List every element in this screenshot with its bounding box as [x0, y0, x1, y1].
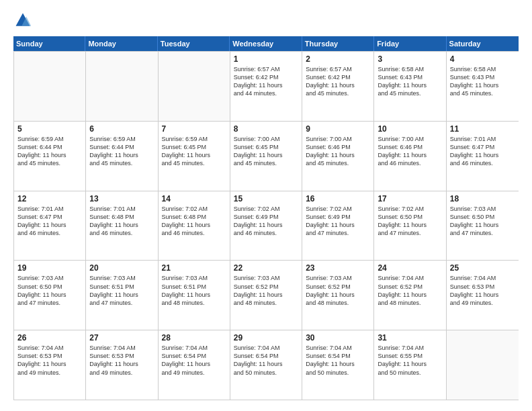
cell-info-line: Sunrise: 6:57 AM: [234, 65, 298, 73]
cell-info-line: Sunrise: 7:04 AM: [234, 344, 298, 352]
cell-info-line: Daylight: 11 hours: [234, 81, 298, 89]
cell-info-line: Daylight: 11 hours: [378, 360, 442, 368]
calendar-cell: 10Sunrise: 7:00 AMSunset: 6:46 PMDayligh…: [374, 122, 446, 191]
calendar-body: 1Sunrise: 6:57 AMSunset: 6:42 PMDaylight…: [13, 51, 519, 400]
calendar-cell: 21Sunrise: 7:03 AMSunset: 6:51 PMDayligh…: [159, 261, 230, 330]
cell-info-line: Daylight: 11 hours: [306, 81, 370, 89]
cell-info-line: Daylight: 11 hours: [89, 360, 154, 368]
cell-info-line: Daylight: 11 hours: [89, 151, 154, 159]
cell-info-line: Sunrise: 7:04 AM: [450, 274, 515, 282]
cell-info-line: Sunset: 6:51 PM: [162, 283, 226, 291]
calendar-cell: [159, 52, 230, 121]
cell-info-line: Daylight: 11 hours: [306, 151, 370, 159]
cell-info-line: and 45 minutes.: [234, 159, 298, 167]
cell-info-line: Sunset: 6:43 PM: [378, 73, 442, 81]
day-number: 1: [234, 54, 298, 64]
day-number: 17: [378, 194, 442, 203]
calendar-cell: 16Sunrise: 7:02 AMSunset: 6:49 PMDayligh…: [302, 191, 374, 261]
weekday-header: Sunday: [13, 36, 85, 51]
calendar-cell: 28Sunrise: 7:04 AMSunset: 6:54 PMDayligh…: [159, 330, 230, 400]
day-number: 15: [234, 194, 298, 203]
cell-info-line: Sunset: 6:46 PM: [306, 143, 370, 151]
cell-info-line: Sunrise: 6:59 AM: [17, 135, 82, 143]
calendar-cell: 15Sunrise: 7:02 AMSunset: 6:49 PMDayligh…: [230, 191, 302, 261]
header: [13, 11, 519, 30]
cell-info-line: Sunrise: 7:04 AM: [162, 344, 226, 352]
calendar-cell: 2Sunrise: 6:57 AMSunset: 6:42 PMDaylight…: [302, 52, 374, 121]
cell-info-line: Sunset: 6:50 PM: [17, 283, 82, 291]
calendar-cell: 17Sunrise: 7:02 AMSunset: 6:50 PMDayligh…: [374, 191, 446, 261]
calendar-cell: [14, 52, 86, 121]
cell-info-line: Daylight: 11 hours: [450, 81, 515, 89]
cell-info-line: Sunrise: 7:00 AM: [234, 135, 298, 143]
calendar-week: 1Sunrise: 6:57 AMSunset: 6:42 PMDaylight…: [14, 52, 519, 122]
cell-info-line: and 45 minutes.: [306, 159, 370, 167]
cell-info-line: Sunset: 6:53 PM: [17, 352, 82, 360]
calendar-cell: 25Sunrise: 7:04 AMSunset: 6:53 PMDayligh…: [447, 261, 519, 330]
cell-info-line: and 46 minutes.: [17, 229, 82, 237]
weekday-header: Tuesday: [158, 36, 230, 51]
cell-info-line: Daylight: 11 hours: [306, 221, 370, 229]
cell-info-line: Sunrise: 7:02 AM: [306, 205, 370, 213]
cell-info-line: Sunrise: 7:02 AM: [234, 205, 298, 213]
cell-info-line: and 46 minutes.: [162, 229, 226, 237]
calendar-cell: 12Sunrise: 7:01 AMSunset: 6:47 PMDayligh…: [14, 191, 86, 261]
day-number: 29: [234, 333, 298, 342]
cell-info-line: Sunset: 6:46 PM: [378, 143, 442, 151]
day-number: 19: [17, 263, 82, 273]
calendar-cell: 6Sunrise: 6:59 AMSunset: 6:44 PMDaylight…: [86, 122, 158, 191]
cell-info-line: Sunrise: 7:01 AM: [89, 205, 154, 213]
cell-info-line: Sunset: 6:42 PM: [234, 73, 298, 81]
cell-info-line: and 47 minutes.: [450, 229, 515, 237]
cell-info-line: Sunset: 6:50 PM: [378, 213, 442, 221]
cell-info-line: Sunrise: 6:57 AM: [306, 65, 370, 73]
cell-info-line: and 48 minutes.: [234, 299, 298, 307]
day-number: 26: [17, 333, 82, 342]
cell-info-line: Sunset: 6:54 PM: [306, 352, 370, 360]
cell-info-line: Daylight: 11 hours: [234, 360, 298, 368]
cell-info-line: Sunset: 6:47 PM: [450, 143, 515, 151]
day-number: 13: [89, 194, 154, 203]
cell-info-line: Daylight: 11 hours: [17, 221, 82, 229]
cell-info-line: Daylight: 11 hours: [378, 151, 442, 159]
page: SundayMondayTuesdayWednesdayThursdayFrid…: [0, 0, 532, 411]
day-number: 9: [306, 124, 370, 134]
cell-info-line: Sunset: 6:52 PM: [234, 283, 298, 291]
cell-info-line: Sunrise: 7:03 AM: [89, 274, 154, 282]
cell-info-line: and 47 minutes.: [378, 229, 442, 237]
cell-info-line: Sunset: 6:53 PM: [89, 352, 154, 360]
cell-info-line: and 45 minutes.: [450, 89, 515, 97]
day-number: 22: [234, 263, 298, 273]
calendar-cell: [86, 52, 158, 121]
calendar-week: 5Sunrise: 6:59 AMSunset: 6:44 PMDaylight…: [14, 122, 519, 191]
day-number: 14: [162, 194, 226, 203]
day-number: 3: [378, 54, 442, 64]
cell-info-line: Sunset: 6:50 PM: [450, 213, 515, 221]
cell-info-line: Sunrise: 6:59 AM: [89, 135, 154, 143]
cell-info-line: Sunset: 6:45 PM: [234, 143, 298, 151]
day-number: 24: [378, 263, 442, 273]
cell-info-line: and 50 minutes.: [234, 369, 298, 377]
cell-info-line: Daylight: 11 hours: [89, 291, 154, 299]
day-number: 4: [450, 54, 515, 64]
weekday-header: Friday: [374, 36, 446, 51]
calendar-cell: 23Sunrise: 7:03 AMSunset: 6:52 PMDayligh…: [302, 261, 374, 330]
day-number: 12: [17, 194, 82, 203]
cell-info-line: Daylight: 11 hours: [17, 151, 82, 159]
cell-info-line: Sunrise: 7:02 AM: [378, 205, 442, 213]
weekday-header: Monday: [85, 36, 157, 51]
cell-info-line: Sunset: 6:42 PM: [306, 73, 370, 81]
cell-info-line: and 46 minutes.: [89, 229, 154, 237]
cell-info-line: Sunset: 6:54 PM: [162, 352, 226, 360]
cell-info-line: Sunrise: 7:02 AM: [162, 205, 226, 213]
calendar-cell: 26Sunrise: 7:04 AMSunset: 6:53 PMDayligh…: [14, 330, 86, 400]
calendar-cell: 19Sunrise: 7:03 AMSunset: 6:50 PMDayligh…: [14, 261, 86, 330]
day-number: 7: [162, 124, 226, 134]
cell-info-line: Daylight: 11 hours: [162, 291, 226, 299]
cell-info-line: Sunset: 6:45 PM: [162, 143, 226, 151]
day-number: 5: [17, 124, 82, 134]
cell-info-line: Sunset: 6:43 PM: [450, 73, 515, 81]
cell-info-line: and 49 minutes.: [450, 299, 515, 307]
cell-info-line: Daylight: 11 hours: [234, 221, 298, 229]
cell-info-line: and 45 minutes.: [378, 89, 442, 97]
